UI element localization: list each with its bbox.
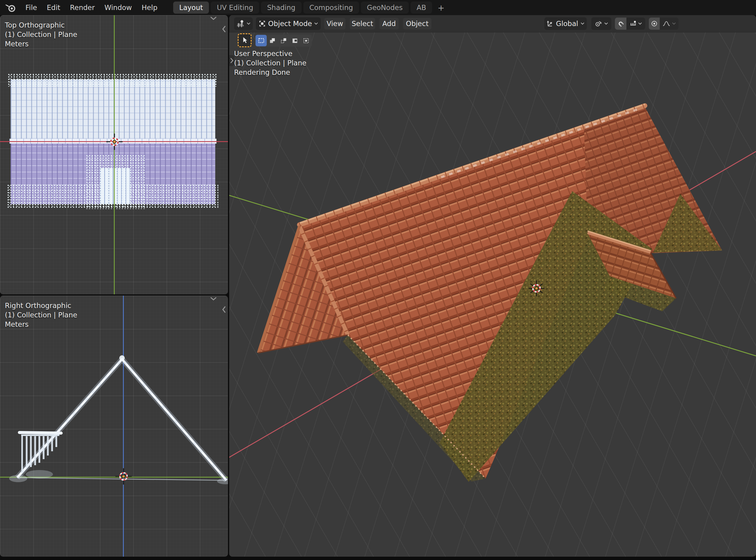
menu-window[interactable]: Window [100, 2, 137, 13]
cursor-3d [115, 468, 132, 485]
new-selection-icon [258, 37, 265, 44]
viewport-user-perspective[interactable]: Object Mode View Select Add Object Globa… [229, 15, 756, 557]
select-mode-subtract[interactable] [278, 35, 289, 46]
magnet-icon [617, 20, 624, 27]
intersect-selection-icon [303, 37, 309, 44]
pivot-point-dropdown[interactable] [591, 17, 611, 30]
tab-shading[interactable]: Shading [261, 1, 301, 14]
active-tool-select-box-button[interactable] [238, 33, 251, 47]
chevron-left-icon[interactable] [222, 25, 226, 33]
chevron-right-icon [230, 58, 233, 64]
axes-icon [547, 20, 553, 27]
chevron-down-icon [314, 22, 318, 25]
select-mode-group [255, 35, 312, 47]
orientation-label: Global [556, 20, 578, 27]
roof-object[interactable] [258, 104, 722, 482]
proportional-edit-controls [649, 18, 678, 30]
transform-orientation-dropdown[interactable]: Global [544, 17, 587, 30]
blender-logo-icon[interactable] [5, 3, 16, 13]
axis-y-line [114, 15, 115, 294]
tab-layout[interactable]: Layout [173, 1, 209, 14]
menu-edit[interactable]: Edit [42, 2, 65, 13]
invert-selection-icon [291, 37, 298, 44]
mode-dropdown[interactable]: Object Mode [256, 17, 321, 30]
chevron-down-icon[interactable] [210, 16, 217, 21]
tab-geonodes[interactable]: GeoNodes [361, 1, 409, 14]
cursor-3d [528, 280, 545, 297]
chevron-left-icon[interactable] [222, 306, 226, 313]
chevron-down-icon[interactable] [210, 297, 217, 301]
snap-with-dropdown[interactable] [627, 18, 645, 30]
menu-add[interactable]: Add [380, 18, 399, 29]
bell-curve-icon [662, 20, 670, 27]
select-mode-invert[interactable] [289, 35, 300, 46]
editor-type-button[interactable] [234, 17, 253, 30]
app-menubar: File Edit Render Window Help [21, 2, 162, 13]
roof-far-slope-top [11, 79, 215, 139]
mode-label: Object Mode [268, 20, 312, 27]
select-mode-intersect[interactable] [300, 35, 311, 46]
moss-around-dormer [86, 155, 145, 209]
chevron-down-icon [247, 22, 250, 25]
moss-fringe-top-edge [8, 74, 218, 87]
view3d-editor-icon [237, 20, 244, 27]
select-mode-new[interactable] [256, 35, 267, 46]
menu-select[interactable]: Select [350, 18, 375, 29]
viewport-right-orthographic[interactable]: Right Orthographic (1) Collection | Plan… [0, 296, 228, 557]
object-mode-icon [259, 20, 266, 27]
chevron-down-icon [638, 22, 642, 25]
scene-3d [229, 15, 756, 557]
subtract-selection-icon [280, 37, 287, 44]
menu-object[interactable]: Object [403, 18, 431, 29]
menu-help[interactable]: Help [137, 2, 162, 13]
pivot-point-icon [595, 20, 602, 27]
circle-dot-icon [651, 20, 658, 27]
workspace-tabs: Layout UV Editing Shading Compositing Ge… [173, 1, 448, 14]
topbar: File Edit Render Window Help Layout UV E… [0, 0, 756, 15]
tab-compositing[interactable]: Compositing [303, 1, 359, 14]
viewport-header: Object Mode View Select Add Object Globa… [229, 15, 756, 33]
snap-controls [615, 18, 645, 30]
roof-object-profile-view[interactable] [0, 296, 228, 557]
menu-file[interactable]: File [21, 2, 42, 13]
chevron-down-icon [672, 22, 676, 25]
proportional-edit-toggle[interactable] [649, 18, 660, 30]
snap-toggle-button[interactable] [615, 18, 627, 30]
chevron-down-icon [581, 22, 584, 25]
toolbar-toggle[interactable] [229, 55, 234, 66]
select-cursor-icon [241, 36, 248, 44]
cursor-3d [106, 133, 123, 150]
select-mode-extend[interactable] [267, 35, 278, 46]
increments-icon [630, 20, 636, 27]
tab-uv-editing[interactable]: UV Editing [211, 1, 259, 14]
menu-render[interactable]: Render [65, 2, 100, 13]
extend-selection-icon [269, 37, 276, 44]
chevron-down-icon [604, 22, 608, 25]
tab-ab[interactable]: AB [411, 1, 432, 14]
menu-view[interactable]: View [324, 18, 345, 29]
viewport-top-orthographic[interactable]: Top Orthographic (1) Collection | Plane … [0, 15, 228, 294]
add-workspace-button[interactable]: + [434, 2, 448, 13]
falloff-dropdown[interactable] [660, 18, 678, 30]
